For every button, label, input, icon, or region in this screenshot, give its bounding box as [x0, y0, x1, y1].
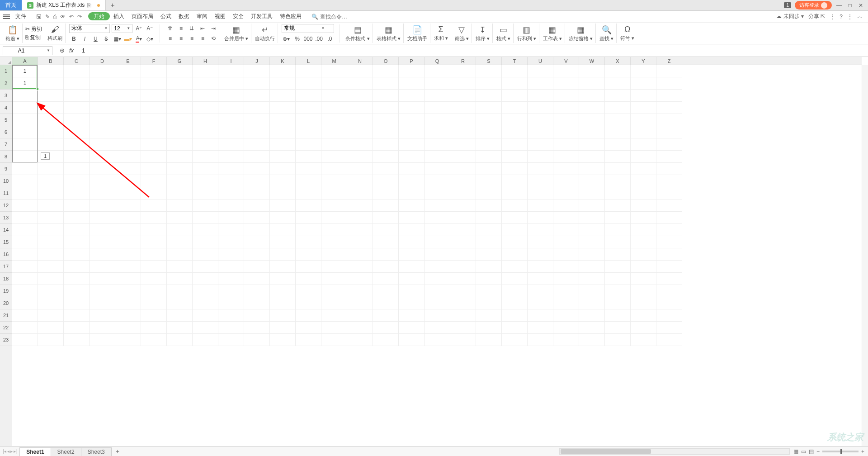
cell[interactable]: [553, 248, 579, 261]
cell[interactable]: [579, 187, 605, 200]
cell[interactable]: [321, 212, 347, 224]
fill-color-button[interactable]: ▬▾: [123, 35, 132, 43]
cell[interactable]: [476, 285, 502, 297]
cell[interactable]: [553, 200, 579, 212]
sheet-nav-last[interactable]: ▸|: [14, 449, 17, 454]
cell[interactable]: [605, 285, 631, 297]
col-header-J[interactable]: J: [244, 57, 270, 65]
cell[interactable]: [579, 297, 605, 309]
cell[interactable]: [399, 138, 425, 151]
cell[interactable]: [270, 273, 296, 285]
cell[interactable]: [656, 224, 682, 236]
wrap-icon[interactable]: ↵: [262, 25, 269, 35]
cell[interactable]: [193, 322, 218, 334]
cell[interactable]: [502, 212, 528, 224]
cell[interactable]: [270, 236, 296, 248]
cell[interactable]: [270, 163, 296, 175]
cell[interactable]: [528, 102, 553, 114]
cell[interactable]: [553, 236, 579, 248]
cell[interactable]: [12, 285, 38, 297]
cell[interactable]: [502, 138, 528, 151]
cell[interactable]: [373, 273, 399, 285]
cell[interactable]: [347, 200, 373, 212]
cell[interactable]: [579, 151, 605, 163]
cell[interactable]: [296, 77, 321, 90]
cell[interactable]: [141, 200, 167, 212]
cell[interactable]: [450, 334, 476, 346]
cell[interactable]: [528, 175, 553, 187]
cell[interactable]: [528, 309, 553, 322]
cell[interactable]: [64, 114, 90, 126]
cell[interactable]: [425, 248, 450, 261]
menu-tab-开始[interactable]: 开始: [88, 12, 110, 20]
cell[interactable]: [38, 297, 64, 309]
cell[interactable]: [476, 322, 502, 334]
cell[interactable]: [553, 175, 579, 187]
row-header-14[interactable]: 14: [0, 224, 12, 236]
cell[interactable]: [553, 151, 579, 163]
cell[interactable]: [631, 138, 656, 151]
col-header-M[interactable]: M: [321, 57, 347, 65]
row-header-4[interactable]: 4: [0, 102, 12, 114]
cell[interactable]: [218, 65, 244, 77]
cell[interactable]: [38, 248, 64, 261]
cell[interactable]: [115, 285, 141, 297]
cell[interactable]: [656, 65, 682, 77]
cell[interactable]: [90, 175, 115, 187]
cell[interactable]: [270, 138, 296, 151]
cell[interactable]: [296, 248, 321, 261]
cell[interactable]: [631, 285, 656, 297]
view-normal-icon[interactable]: ▦: [793, 448, 798, 455]
cell[interactable]: [64, 297, 90, 309]
cell[interactable]: [347, 212, 373, 224]
window-minimize-button[interactable]: —: [835, 2, 843, 9]
cell[interactable]: [90, 309, 115, 322]
cell[interactable]: [167, 273, 193, 285]
cell[interactable]: [656, 77, 682, 90]
cell[interactable]: [605, 102, 631, 114]
cell[interactable]: [12, 236, 38, 248]
cell[interactable]: [38, 224, 64, 236]
cell[interactable]: [502, 77, 528, 90]
cell[interactable]: [296, 285, 321, 297]
row-header-7[interactable]: 7: [0, 138, 12, 151]
cell[interactable]: [218, 151, 244, 163]
cell[interactable]: [115, 261, 141, 273]
sum-icon[interactable]: Σ: [439, 25, 443, 34]
cell[interactable]: [476, 224, 502, 236]
row-header-17[interactable]: 17: [0, 261, 12, 273]
cell[interactable]: [605, 261, 631, 273]
cell[interactable]: [631, 297, 656, 309]
cell[interactable]: [64, 102, 90, 114]
cell[interactable]: [90, 285, 115, 297]
table-style-icon[interactable]: ▦: [385, 25, 392, 35]
cell[interactable]: [373, 224, 399, 236]
cell[interactable]: [373, 114, 399, 126]
cell[interactable]: [579, 90, 605, 102]
cell[interactable]: [244, 212, 270, 224]
col-header-T[interactable]: T: [502, 57, 528, 65]
decrease-font-button[interactable]: A⁻: [145, 24, 154, 33]
cell[interactable]: [141, 175, 167, 187]
cell[interactable]: [115, 175, 141, 187]
cell[interactable]: [296, 212, 321, 224]
qat-redo-icon[interactable]: ↷: [77, 14, 82, 20]
cell[interactable]: [90, 224, 115, 236]
cell[interactable]: [38, 200, 64, 212]
cell[interactable]: [167, 224, 193, 236]
cell[interactable]: [321, 77, 347, 90]
col-header-Z[interactable]: Z: [656, 57, 682, 65]
cell[interactable]: [12, 151, 38, 163]
document-tab[interactable]: S 新建 XLS 工作表.xls ⎘: [22, 0, 106, 10]
cell[interactable]: [64, 151, 90, 163]
paste-icon[interactable]: 📋: [8, 25, 18, 35]
cell[interactable]: [38, 90, 64, 102]
cell[interactable]: [476, 187, 502, 200]
cell[interactable]: [502, 261, 528, 273]
zoom-slider[interactable]: [822, 451, 859, 452]
cell[interactable]: [12, 334, 38, 346]
align-center-button[interactable]: ≡: [176, 34, 185, 43]
cell[interactable]: [193, 309, 218, 322]
cell[interactable]: [270, 114, 296, 126]
cell[interactable]: [528, 163, 553, 175]
